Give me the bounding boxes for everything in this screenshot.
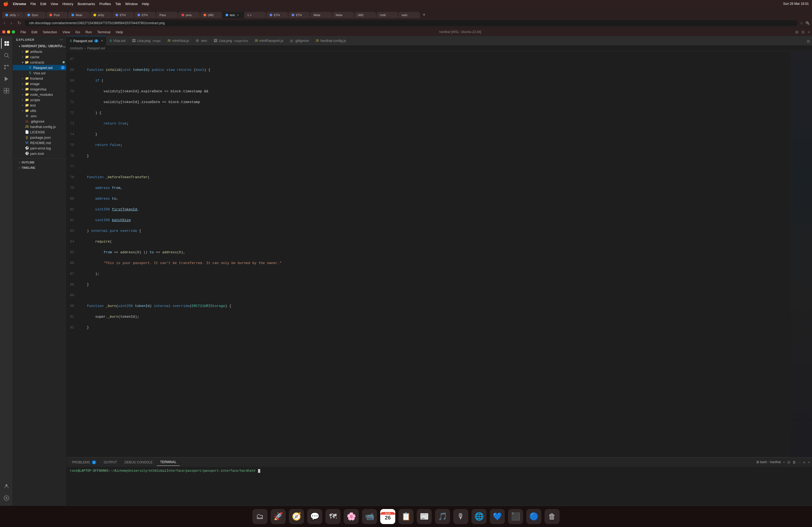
extension-icon[interactable]: 🔌 bbox=[805, 21, 810, 25]
sidebar-item-cache[interactable]: › 📁 cache bbox=[13, 54, 66, 60]
dock-trash[interactable]: 🗑 bbox=[545, 509, 560, 524]
explorer-menu-icon[interactable]: ··· bbox=[60, 38, 63, 41]
chrome-tab-meta[interactable]: Meta bbox=[310, 12, 332, 18]
dock-reminders[interactable]: 📋 bbox=[398, 509, 414, 524]
dock-messages[interactable]: 💬 bbox=[307, 509, 322, 524]
sidebar-item-readme[interactable]: M README.md bbox=[13, 140, 66, 146]
close-window-button[interactable] bbox=[2, 30, 5, 33]
vscode-menu-run[interactable]: Run bbox=[83, 29, 94, 35]
code-content[interactable]: 67 68 function isValid(uint tokenId) pub… bbox=[67, 51, 791, 457]
dock-facetime[interactable]: 📹 bbox=[362, 509, 377, 524]
menu-chrome[interactable]: Chrome bbox=[13, 2, 26, 6]
sidebar-item-image[interactable]: › 📁 image bbox=[13, 81, 66, 86]
menu-tab[interactable]: Tab bbox=[115, 2, 121, 6]
panel-close[interactable]: × bbox=[808, 460, 810, 464]
dock-chrome[interactable]: 🌐 bbox=[472, 509, 487, 524]
forward-button[interactable]: › bbox=[9, 20, 13, 26]
vscode-menu-go[interactable]: Go bbox=[73, 29, 82, 35]
activity-extensions[interactable] bbox=[1, 85, 12, 96]
vscode-menu-view[interactable]: View bbox=[60, 29, 72, 35]
menu-help[interactable]: Help bbox=[142, 2, 149, 6]
menu-window[interactable]: Window bbox=[125, 2, 137, 6]
split-icon[interactable]: ⊟ bbox=[801, 30, 804, 34]
tab-lisa-png[interactable]: 🖼 Lisa.png image bbox=[129, 36, 164, 45]
reload-button[interactable]: ↻ bbox=[16, 20, 23, 26]
chrome-tab-mute[interactable]: Mute bbox=[68, 12, 90, 18]
tab-mint-visa[interactable]: JS mintVisa.js bbox=[164, 36, 192, 45]
activity-run-debug[interactable] bbox=[1, 74, 12, 84]
chrome-tab-untit[interactable]: Untit bbox=[376, 12, 398, 18]
apple-icon[interactable]: 🍎 bbox=[3, 1, 9, 6]
sidebar-item-artifacts[interactable]: › 📁 artifacts bbox=[13, 49, 66, 54]
new-tab-button[interactable]: + bbox=[420, 11, 428, 18]
project-root[interactable]: ▾ HARDHAT [WSL: UBUNTU-... bbox=[13, 44, 66, 49]
tab-mint-passport[interactable]: JS mintPassport.js bbox=[251, 36, 287, 45]
dock-vscode[interactable]: 💙 bbox=[490, 509, 505, 524]
address-input[interactable] bbox=[25, 20, 798, 26]
sidebar-item-contracts[interactable]: ▾ 📂 contracts bbox=[13, 60, 66, 65]
sidebar-item-passport-sol[interactable]: S Passport.sol 2 bbox=[13, 65, 66, 70]
dock-news[interactable]: 📰 bbox=[417, 509, 432, 524]
sidebar-item-node-modules[interactable]: › 📁 node_modules bbox=[13, 92, 66, 97]
breadcrumb-file[interactable]: Passport.sol bbox=[87, 46, 105, 50]
chrome-tab-482b[interactable]: (482 bbox=[354, 12, 376, 18]
activity-explorer[interactable] bbox=[1, 38, 12, 49]
dock-music[interactable]: 🎵 bbox=[435, 509, 450, 524]
panel-more-icon[interactable]: ··· bbox=[798, 460, 801, 464]
breadcrumb-contracts[interactable]: contracts bbox=[70, 46, 83, 50]
vscode-menu-help[interactable]: Help bbox=[114, 29, 125, 35]
chrome-tab-eth1[interactable]: ETH bbox=[112, 12, 134, 18]
chrome-tab-test[interactable]: test.× bbox=[222, 12, 244, 18]
timeline-section[interactable]: › TIMELINE bbox=[13, 165, 66, 170]
chrome-tab-para[interactable]: Para bbox=[156, 12, 178, 18]
sidebar-item-visa-sol[interactable]: S Visa.sol bbox=[13, 70, 66, 76]
close-icon[interactable]: × bbox=[808, 30, 810, 34]
tab-close-passport[interactable]: × bbox=[101, 39, 103, 43]
back-button[interactable]: ‹ bbox=[2, 20, 7, 26]
sidebar-item-test[interactable]: › 📁 test bbox=[13, 103, 66, 108]
panel-tab-problems[interactable]: PROBLEMS 2 bbox=[69, 459, 99, 466]
chrome-tab-eth3[interactable]: ETH bbox=[266, 12, 288, 18]
sidebar-item-hardhat-config[interactable]: JS hardhat.config.js bbox=[13, 124, 66, 129]
chrome-tab-c[interactable]: c × bbox=[244, 12, 266, 18]
chrome-tab-eth4[interactable]: ETH bbox=[288, 12, 310, 18]
dock-calendar[interactable]: MAR 26 bbox=[380, 509, 395, 524]
sidebar-item-license[interactable]: 📄 LICENSE bbox=[13, 129, 66, 135]
vscode-menu-file[interactable]: File bbox=[18, 29, 28, 35]
panel-kill-terminal[interactable]: 🗑 bbox=[793, 460, 796, 464]
chrome-tab-post[interactable]: Post bbox=[46, 12, 68, 18]
dock-maps[interactable]: 🗺 bbox=[325, 509, 340, 524]
tab-hardhat-config[interactable]: JS hardhat.config.js bbox=[312, 36, 349, 45]
activity-settings[interactable] bbox=[1, 493, 12, 503]
dock-sourcetree[interactable]: 🔵 bbox=[526, 509, 541, 524]
menu-view[interactable]: View bbox=[50, 2, 58, 6]
split-editor-button[interactable]: ⊟ bbox=[805, 37, 812, 45]
menu-profiles[interactable]: Profiles bbox=[99, 2, 111, 6]
sidebar-item-scripts[interactable]: › 📁 scripts bbox=[13, 97, 66, 103]
sidebar-item-env[interactable]: ⚙ .env bbox=[13, 113, 66, 119]
menu-edit[interactable]: Edit bbox=[40, 2, 46, 6]
chrome-tab-482a[interactable]: (482 bbox=[200, 12, 222, 18]
chrome-tab-web[interactable]: web: bbox=[398, 12, 420, 18]
activity-accounts[interactable] bbox=[1, 481, 12, 492]
dock-podcasts[interactable]: 🎙 bbox=[453, 509, 468, 524]
menu-file[interactable]: File bbox=[30, 2, 36, 6]
code-editor[interactable]: 67 68 function isValid(uint tokenId) pub… bbox=[67, 51, 812, 457]
minimize-window-button[interactable] bbox=[7, 30, 10, 33]
activity-search[interactable] bbox=[1, 50, 12, 61]
chrome-tab-pres[interactable]: pres. bbox=[178, 12, 200, 18]
sidebar-item-package-json[interactable]: {} package.json bbox=[13, 135, 66, 140]
activity-source-control[interactable] bbox=[1, 62, 12, 73]
chrome-tab-sync[interactable]: Sync bbox=[24, 12, 46, 18]
chrome-tab-zk2[interactable]: zkSy bbox=[90, 12, 112, 18]
outline-section[interactable]: › OUTLINE bbox=[13, 160, 66, 165]
vscode-menu-selection[interactable]: Selection bbox=[41, 29, 59, 35]
terminal-content[interactable]: root@LAPTOP-DFFNONK6:~/AlchemyUniversity… bbox=[67, 467, 812, 506]
chrome-tab-eth2[interactable]: ETH bbox=[134, 12, 156, 18]
dock-photos[interactable]: 🌸 bbox=[344, 509, 359, 524]
sidebar-item-imagevisa[interactable]: › 📁 imageVisa bbox=[13, 86, 66, 92]
tab-gitignore[interactable]: ◎ .gitignore bbox=[287, 36, 312, 45]
sidebar-item-yarn-lock[interactable]: ⚽ yarn.lock bbox=[13, 151, 66, 156]
panel-chevron-up[interactable]: ∧ bbox=[803, 460, 806, 464]
panel-split-terminal[interactable]: ⊟ bbox=[787, 460, 790, 464]
